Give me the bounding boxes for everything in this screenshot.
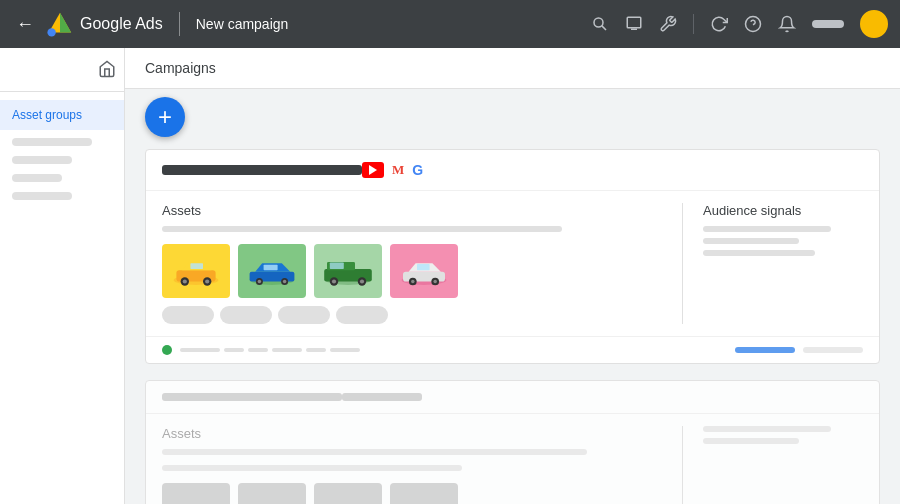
card-2-header bbox=[146, 381, 879, 414]
sidebar-placeholder-3 bbox=[12, 174, 62, 182]
car-yellow-svg bbox=[168, 251, 224, 291]
card-1-header: M G bbox=[146, 150, 879, 191]
sidebar-placeholder-1 bbox=[12, 138, 92, 146]
card-2-title-bar bbox=[162, 393, 342, 401]
card-1-assets-title: Assets bbox=[162, 203, 662, 218]
car-image-pink bbox=[390, 244, 458, 298]
campaign-name: New campaign bbox=[196, 16, 289, 32]
footer-bar-6 bbox=[330, 348, 360, 352]
audience-line-3 bbox=[703, 250, 815, 256]
car-suv-svg bbox=[320, 251, 376, 291]
youtube-play-icon bbox=[369, 165, 377, 175]
card-1-body: Assets bbox=[146, 191, 879, 336]
audience-line-2 bbox=[703, 238, 799, 244]
help-icon[interactable] bbox=[744, 15, 762, 33]
svg-rect-37 bbox=[417, 264, 430, 270]
header-divider bbox=[179, 12, 180, 36]
account-name-placeholder bbox=[812, 20, 844, 28]
card-2-assets-title: Assets bbox=[162, 426, 662, 441]
footer-action-btn-2[interactable] bbox=[803, 347, 863, 353]
card-2-car-images bbox=[162, 483, 662, 504]
main-content: Campaigns + M G bbox=[125, 48, 900, 504]
svg-point-12 bbox=[183, 279, 187, 283]
footer-progress-area bbox=[180, 348, 458, 352]
car-image-lightgreen bbox=[314, 244, 382, 298]
audience-placeholders bbox=[703, 226, 863, 256]
back-button[interactable]: ← bbox=[12, 10, 38, 39]
card-2-vertical-divider bbox=[682, 426, 683, 504]
footer-status-dot bbox=[162, 345, 172, 355]
youtube-icon bbox=[362, 162, 384, 178]
footer-bar-1 bbox=[180, 348, 220, 352]
sidebar-top bbox=[0, 56, 124, 92]
sidebar-placeholders bbox=[0, 130, 124, 208]
home-icon[interactable] bbox=[98, 60, 116, 83]
card-1-assets: Assets bbox=[162, 203, 662, 324]
card-1-title-bar bbox=[162, 165, 362, 175]
footer-action-buttons bbox=[735, 347, 863, 353]
caption-pill-2 bbox=[220, 306, 272, 324]
download-icon[interactable] bbox=[625, 15, 643, 33]
svg-point-21 bbox=[283, 280, 287, 284]
card-1-audience: Audience signals bbox=[703, 203, 863, 324]
svg-point-36 bbox=[433, 280, 437, 284]
card-2-header-placeholder bbox=[342, 393, 422, 401]
svg-point-19 bbox=[258, 280, 262, 284]
car-images-row bbox=[162, 244, 662, 298]
card-2-audience-line-2 bbox=[703, 438, 799, 444]
audience-line-1 bbox=[703, 226, 831, 232]
app-header: ← Google Ads New campaign bbox=[0, 0, 900, 48]
svg-rect-15 bbox=[190, 263, 203, 269]
car-image-yellow bbox=[162, 244, 230, 298]
card-2-assets: Assets bbox=[162, 426, 662, 504]
campaign-card-1: M G Assets bbox=[145, 149, 880, 364]
sidebar-item-asset-groups[interactable]: Asset groups bbox=[0, 100, 124, 130]
svg-line-4 bbox=[602, 26, 606, 30]
card-2-audience bbox=[703, 426, 863, 504]
add-campaign-button[interactable]: + bbox=[145, 97, 185, 137]
bell-icon[interactable] bbox=[778, 15, 796, 33]
card-1-footer bbox=[146, 336, 879, 363]
wrench-icon[interactable] bbox=[659, 15, 677, 33]
footer-bar-4 bbox=[272, 348, 302, 352]
content-area: M G Assets bbox=[125, 89, 900, 504]
main-layout: Asset groups Campaigns + bbox=[0, 48, 900, 504]
caption-pill-1 bbox=[162, 306, 214, 324]
footer-bar-3 bbox=[248, 348, 268, 352]
audience-title: Audience signals bbox=[703, 203, 863, 218]
refresh-icon[interactable] bbox=[710, 15, 728, 33]
svg-point-29 bbox=[360, 279, 364, 283]
svg-point-3 bbox=[594, 18, 603, 27]
svg-point-27 bbox=[332, 279, 336, 283]
gmail-icon: M bbox=[392, 162, 404, 178]
footer-bar-5 bbox=[306, 348, 326, 352]
card-1-vertical-divider bbox=[682, 203, 683, 324]
header-icon-divider bbox=[693, 14, 694, 34]
caption-pill-3 bbox=[278, 306, 330, 324]
footer-action-btn-1[interactable] bbox=[735, 347, 795, 353]
card-2-car-1 bbox=[162, 483, 230, 504]
svg-rect-5 bbox=[627, 17, 641, 28]
assets-placeholder-bar bbox=[162, 226, 562, 232]
search-icon[interactable] bbox=[591, 15, 609, 33]
card-1-header-icons: M G bbox=[362, 162, 423, 178]
campaigns-title: Campaigns bbox=[145, 60, 216, 76]
card-2-body: Assets bbox=[146, 414, 879, 504]
campaign-card-2: Assets bbox=[145, 380, 880, 504]
svg-marker-1 bbox=[60, 13, 71, 33]
avatar[interactable] bbox=[860, 10, 888, 38]
svg-point-34 bbox=[411, 280, 415, 284]
header-actions bbox=[591, 10, 888, 38]
campaigns-header: Campaigns bbox=[125, 48, 900, 89]
card-2-car-3 bbox=[314, 483, 382, 504]
car-pink-svg bbox=[396, 251, 452, 291]
card-2-audience-placeholders bbox=[703, 426, 863, 444]
car-image-green bbox=[238, 244, 306, 298]
svg-rect-30 bbox=[330, 263, 344, 269]
svg-point-14 bbox=[205, 279, 209, 283]
sidebar-placeholder-4 bbox=[12, 192, 72, 200]
logo-icon bbox=[46, 10, 74, 38]
caption-pill-4 bbox=[336, 306, 388, 324]
sidebar: Asset groups bbox=[0, 48, 125, 504]
card-2-audience-line-1 bbox=[703, 426, 831, 432]
